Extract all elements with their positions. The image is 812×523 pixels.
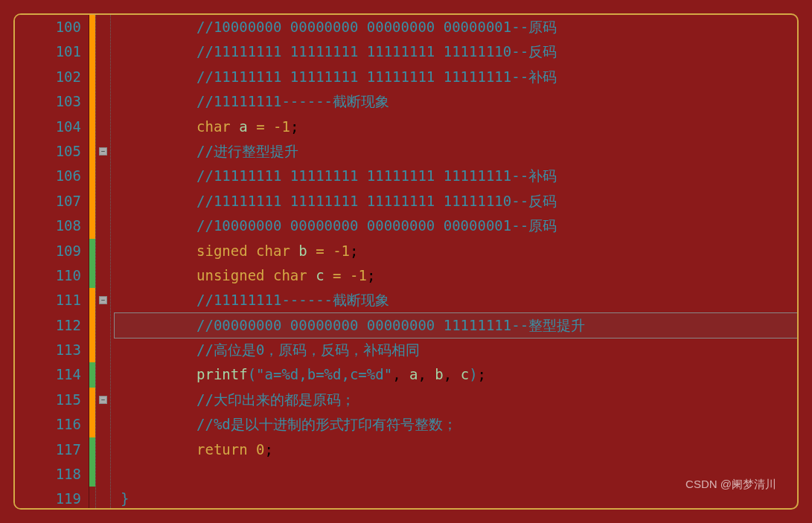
comment-text: //11111111 11111111 11111111 11111111--补… xyxy=(196,167,557,184)
code-line[interactable]: //10000000 00000000 00000000 00000001--原… xyxy=(115,214,797,238)
code-content[interactable]: //10000000 00000000 00000000 00000001--原… xyxy=(115,15,797,508)
token-number: 1 xyxy=(342,243,350,259)
code-line[interactable]: signed char b = -1; xyxy=(115,239,797,263)
token-plain xyxy=(248,441,256,458)
token-keyword: unsigned xyxy=(196,267,265,283)
change-marker xyxy=(89,338,95,362)
code-line[interactable]: //大印出来的都是原码； xyxy=(115,388,797,412)
line-number: 101 xyxy=(15,39,81,64)
token-operator: = xyxy=(256,118,264,135)
token-plain xyxy=(307,243,316,259)
change-marker xyxy=(89,39,95,64)
change-marker xyxy=(89,214,95,238)
change-marker xyxy=(89,15,95,39)
fold-slot xyxy=(96,239,110,263)
change-marker xyxy=(89,164,95,188)
token-plain xyxy=(265,267,273,283)
token-number: 1 xyxy=(281,118,290,135)
comment-text: //00000000 00000000 00000000 11111111--整… xyxy=(196,317,585,333)
code-line[interactable]: //11111111------截断现象 xyxy=(115,89,797,114)
fold-slot xyxy=(96,39,110,64)
editor-frame: 1001011021031041051061071081091101111121… xyxy=(13,13,799,510)
token-plain xyxy=(231,118,239,135)
code-line[interactable]: printf("a=%d,b=%d,c=%d", a, b, c); xyxy=(115,362,797,387)
comment-text: //11111111 11111111 11111111 11111110--反… xyxy=(196,193,557,209)
token-identifier: a xyxy=(239,118,247,135)
fold-collapse-icon[interactable]: − xyxy=(99,396,107,404)
change-marker xyxy=(89,139,95,164)
watermark-text: CSDN @阑梦清川 xyxy=(685,478,776,492)
token-plain xyxy=(325,243,333,259)
line-number: 103 xyxy=(15,89,81,114)
fold-slot: − xyxy=(96,288,110,312)
fold-slot xyxy=(96,487,110,510)
line-number: 100 xyxy=(15,15,81,39)
line-number: 115 xyxy=(15,388,81,412)
change-marker xyxy=(89,263,95,288)
change-marker xyxy=(89,239,95,263)
token-plain: ; xyxy=(290,118,298,135)
line-number: 117 xyxy=(15,437,81,462)
fold-slot xyxy=(96,412,110,437)
token-plain xyxy=(248,118,256,135)
token-string: "a=%d,b=%d,c=%d" xyxy=(256,366,392,382)
fold-collapse-icon[interactable]: − xyxy=(99,296,107,304)
line-number: 109 xyxy=(15,239,81,263)
line-number: 110 xyxy=(15,263,81,288)
token-identifier: b xyxy=(435,366,443,382)
line-number: 116 xyxy=(15,412,81,437)
change-marker xyxy=(89,362,95,387)
token-plain xyxy=(342,267,350,283)
token-operator: - xyxy=(273,118,281,135)
token-keyword: char xyxy=(196,118,231,135)
code-line[interactable]: //11111111------截断现象 xyxy=(115,288,797,312)
code-line[interactable]: //高位是0，原码，反码，补码相同 xyxy=(115,338,797,362)
code-line[interactable]: char a = -1; xyxy=(115,115,797,139)
token-operator: = xyxy=(316,243,324,259)
fold-slot xyxy=(96,15,110,39)
fold-slot: − xyxy=(96,139,110,164)
fold-slot xyxy=(96,313,110,338)
token-plain: ; xyxy=(478,366,486,382)
fold-collapse-icon[interactable]: − xyxy=(99,147,107,155)
token-identifier: printf xyxy=(196,366,248,382)
token-identifier: c xyxy=(461,366,469,382)
line-number: 107 xyxy=(15,189,81,214)
fold-slot: − xyxy=(96,388,110,412)
token-keyword: char xyxy=(256,243,290,259)
token-identifier: a xyxy=(409,366,418,382)
comment-text: //%d是以十进制的形式打印有符号整数； xyxy=(196,416,457,432)
code-line[interactable]: //11111111 11111111 11111111 11111111--补… xyxy=(115,164,797,188)
code-line[interactable]: //11111111 11111111 11111111 11111110--反… xyxy=(115,189,797,214)
line-number: 113 xyxy=(15,338,81,362)
code-line[interactable]: //10000000 00000000 00000000 00000001--原… xyxy=(115,15,797,39)
line-number: 105 xyxy=(15,139,81,164)
line-number: 111 xyxy=(15,288,81,312)
line-number-gutter: 1001011021031041051061071081091101111121… xyxy=(15,15,89,508)
token-paren: ( xyxy=(248,366,256,382)
fold-slot xyxy=(96,189,110,214)
line-number: 118 xyxy=(15,462,81,487)
code-line[interactable]: return 0; xyxy=(115,437,797,462)
token-keyword: return xyxy=(196,441,248,458)
token-identifier: b xyxy=(298,243,307,259)
line-number: 108 xyxy=(15,214,81,238)
token-plain: , xyxy=(444,366,461,382)
code-line[interactable]: //11111111 11111111 11111111 11111111--补… xyxy=(115,65,797,89)
fold-slot xyxy=(96,462,110,487)
token-operator: = xyxy=(333,267,341,283)
comment-text: //10000000 00000000 00000000 00000001--原… xyxy=(196,19,557,35)
comment-text: //11111111 11111111 11111111 11111111--补… xyxy=(196,68,557,85)
line-number: 112 xyxy=(15,313,81,338)
comment-text: //进行整型提升 xyxy=(196,143,298,159)
code-line[interactable]: //00000000 00000000 00000000 11111111--整… xyxy=(115,313,797,338)
code-line[interactable]: //%d是以十进制的形式打印有符号整数； xyxy=(115,412,797,437)
line-number: 102 xyxy=(15,65,81,89)
code-line[interactable]: unsigned char c = -1; xyxy=(115,263,797,288)
token-plain xyxy=(325,267,333,283)
token-plain: , xyxy=(392,366,409,382)
code-line[interactable]: //进行整型提升 xyxy=(115,139,797,164)
token-plain: ; xyxy=(265,441,273,458)
code-line[interactable]: //11111111 11111111 11111111 11111110--反… xyxy=(115,39,797,64)
code-area: 1001011021031041051061071081091101111121… xyxy=(15,15,797,508)
